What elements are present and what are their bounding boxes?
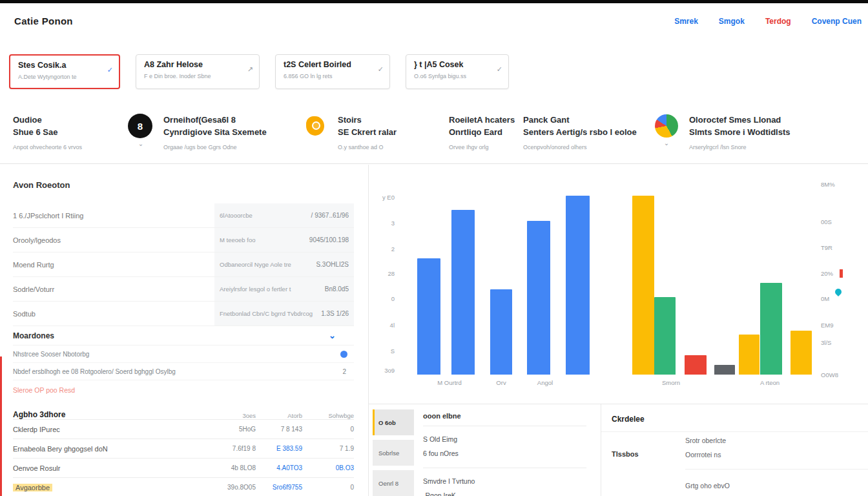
chart-bar: [451, 210, 475, 375]
detail-tab-2[interactable]: Sobrlse: [373, 440, 414, 466]
report-row-label: Sodtub: [13, 302, 214, 326]
y2-axis-tick-label: 8M%: [821, 181, 835, 188]
table-cell: 0: [302, 426, 354, 433]
table-col-header: Sohwbge: [302, 412, 354, 419]
stat-card-subtitle: F e Din broe. Inoder Sbne: [144, 73, 242, 79]
table-row-name: Avgaorbbe: [13, 484, 209, 491]
detail-tab-3[interactable]: Oenrl 8: [373, 470, 414, 496]
nav-link-smgok[interactable]: Smgok: [719, 17, 745, 26]
divider: [685, 469, 868, 470]
tab-label: Oenrl 8: [378, 480, 398, 487]
report-row-value: 1.3S 1/26: [321, 310, 349, 317]
report-row-cell: Areiylrsfor lesgol o fertler t Bn8.0d5: [214, 277, 354, 301]
stat-card-1-highlighted[interactable]: Stes Cosik.a A.Dete Wytyngorton te ✓: [9, 54, 120, 89]
report-row: 1 6./JPsclchort I Rtiing 6lAtooorcbe / 9…: [13, 203, 354, 228]
summary-table: Agbho 3dhore 3oes Atorb Sohwbge Cklerdp …: [13, 402, 354, 496]
stat-card-2[interactable]: A8 Zahr Helose F e Din broe. Inoder Sbne…: [136, 54, 260, 89]
bar-chart: y E0322804lS3o98M%00ST9R20%0MEM93l/SO0W8…: [368, 165, 868, 404]
divider: [601, 431, 868, 432]
detail-item-line: Smvdre I Tvrtuno: [423, 474, 586, 488]
table-cell-link[interactable]: 4.A0TO3: [256, 464, 302, 471]
table-cell: 5HoG: [209, 426, 256, 433]
feature-subtitle: Anpot ohvecheorte 6 vrvos: [13, 144, 82, 150]
report-sub-row[interactable]: Nbdef ersblhogh ee 08 Rotgoolero/ Soerd …: [13, 363, 354, 380]
table-col-header: 3oes: [209, 412, 256, 419]
table-col-header: Atorb: [256, 412, 302, 419]
table-row-name: Oenvoe Rosulr: [13, 464, 209, 472]
table-cell-link[interactable]: 0B.O3: [302, 464, 354, 471]
stat-card-3[interactable]: t2S Celert Boirled 6.856 GO ln lg rets ✓: [275, 54, 390, 89]
nav-link-terdog[interactable]: Terdog: [765, 17, 791, 26]
y-axis-tick-label: 28: [370, 270, 395, 277]
nav-link-covenp[interactable]: Covenp Cuen: [812, 17, 862, 26]
chevron-down-icon: ⌄: [654, 141, 679, 146]
report-row-mid: 6lAtooorcbe: [220, 212, 311, 219]
chart-bar: [654, 297, 676, 375]
accordion-label: Moardones: [13, 331, 329, 340]
table-title: Agbho 3dhore: [13, 410, 209, 419]
report-row-mid: Areiylrsfor lesgol o fertler t: [220, 285, 325, 293]
report-link[interactable]: Sleroe OP poo Resd: [13, 386, 354, 394]
feature-title: Panck Gant: [523, 114, 637, 126]
y2-axis-tick-label: 20%: [821, 270, 833, 277]
report-row-value: Bn8.0d5: [325, 285, 349, 293]
report-sub-row[interactable]: Nhstrcee Sooser Nbotorbg: [13, 346, 354, 363]
table-header-row: Agbho 3dhore 3oes Atorb Sohwbge: [13, 402, 354, 419]
report-row-label: 1 6./JPsclchort I Rtiing: [13, 203, 214, 227]
report-row-cell: Odbaneorcil Nyge Aole tre S.3OHLI2S: [214, 253, 354, 276]
stat-card-subtitle: 6.856 GO ln lg rets: [284, 73, 373, 79]
red-tick-marker: [840, 269, 843, 278]
feature-title-2: Shue 6 Sae: [13, 126, 82, 138]
stat-card-title: } t |A5 Cosek: [414, 60, 491, 69]
feature-title: Oudioe: [13, 114, 82, 126]
feature-title-2: Senters Aertig/s rsbo l eoloe: [523, 126, 637, 138]
report-row-label: Moend Rurtg: [13, 253, 214, 276]
report-row-mid: Odbaneorcil Nyge Aole tre: [220, 261, 316, 268]
table-cell-link[interactable]: Sro6f9755: [256, 484, 302, 491]
stat-card-title: t2S Celert Boirled: [284, 60, 373, 69]
nav-link-smrek[interactable]: Smrek: [674, 17, 698, 26]
stat-card-4[interactable]: } t |A5 Cosek O.o6 Synfga bigu.ss ✓: [406, 54, 509, 89]
feature-icon-wrap: [302, 114, 328, 150]
y-axis-tick-label: S: [370, 347, 395, 355]
stat-card-row: Stes Cosik.a A.Dete Wytyngorton te ✓ A8 …: [9, 54, 509, 89]
detail-item: Smvdre I Tvrtuno -Rgon IreK: [423, 468, 586, 496]
chart-bar: [527, 221, 550, 375]
y-axis-tick-label: 3: [370, 220, 395, 227]
orange-badge-icon: [306, 116, 324, 136]
highlighted-name: Avgaorbbe: [13, 484, 52, 491]
report-row: Sodrle/Voturr Areiylrsfor lesgol o fertl…: [13, 277, 354, 302]
feature-icon-wrap: ⌄: [654, 114, 679, 150]
y2-axis-tick-label: EM9: [821, 322, 834, 329]
feature-item-6[interactable]: ⌄ Oloroctef Smes Llonad Slmts Smore i Wo…: [654, 114, 790, 150]
feature-item-4[interactable]: RoeiletA hcaters Onrtliqo Eard Orvee Ihg…: [449, 114, 515, 150]
y-axis-tick-label: 4l: [370, 322, 395, 329]
feature-item-5[interactable]: Panck Gant Senters Aertig/s rsbo l eoloe…: [523, 114, 637, 150]
stat-card-subtitle: O.o6 Synfga bigu.ss: [414, 73, 491, 79]
table-cell: 39o.8O05: [209, 484, 256, 491]
app-header: Catie Ponon Smrek Smgok Terdog Covenp Cu…: [0, 3, 868, 39]
feature-title-2: Onrtliqo Eard: [449, 126, 515, 138]
feature-title-2: Cynrdigiove Sita Sxemete: [163, 126, 267, 138]
top-nav: Smrek Smgok Terdog Covenp Cuen: [674, 17, 862, 26]
report-row-cell: 6lAtooorcbe / 9367..61/96: [214, 203, 354, 227]
feature-item-1[interactable]: Oudioe Shue 6 Sae Anpot ohvecheorte 6 vr…: [13, 114, 82, 150]
table-row: Ernabeola Bery ghgogsel doN 7.6f19 8 E 3…: [13, 439, 354, 458]
red-annotation-line: [0, 356, 2, 496]
report-row-cell: Fnetbonlad Cbn/C bgrrd Tvbdrcog 1.3S 1/2…: [214, 302, 354, 326]
accordion-toggle[interactable]: Moardones ⌄: [13, 326, 354, 346]
detail-tab-1[interactable]: O 6ob: [373, 409, 414, 435]
sub-row-label: Nhstrcee Sooser Nbotorbg: [13, 351, 340, 358]
report-row: Sodtub Fnetbonlad Cbn/C bgrrd Tvbdrcog 1…: [13, 302, 354, 326]
y2-axis-tick-label: 0M: [821, 295, 829, 302]
tab-label: O 6ob: [378, 419, 396, 426]
detail-item-line: -Rgon IreK: [423, 488, 586, 496]
y2-axis-tick-label: 3l/S: [821, 339, 831, 346]
summary-value-1: Srotr oberlcte: [685, 437, 726, 444]
brand-logo: Catie Ponon: [14, 16, 73, 26]
table-cell-link[interactable]: E 383.59: [256, 445, 302, 452]
chart-bar: [417, 258, 440, 375]
feature-item-3[interactable]: Stoirs SE Ckrert ralar O.y santhoe ad O: [302, 114, 397, 150]
x-axis-tick-label: M Ourtrd: [437, 379, 461, 386]
feature-item-2[interactable]: 8 ⌄ Orneihof(Gesa6l 8 Cynrdigiove Sita S…: [128, 114, 267, 150]
